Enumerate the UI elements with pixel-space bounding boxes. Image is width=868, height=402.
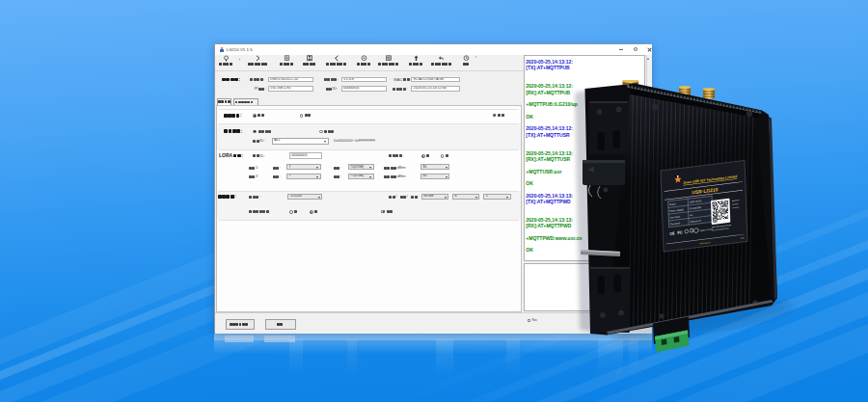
svg-text:C€: C€	[669, 230, 675, 236]
svg-text:usr: usr	[690, 214, 693, 217]
svg-text:FC: FC	[677, 229, 683, 235]
